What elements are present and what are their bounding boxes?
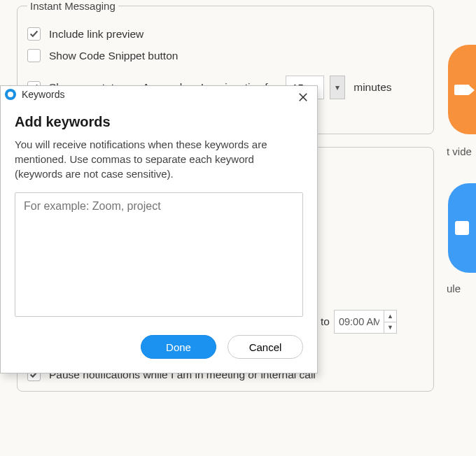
video-camera-icon [454, 85, 470, 95]
option-code-snippet: Show Code Snippet button [27, 49, 424, 62]
keywords-textarea[interactable] [15, 192, 303, 317]
done-button[interactable]: Done [141, 335, 216, 359]
code-snippet-label: Show Code Snippet button [49, 50, 178, 62]
dialog-heading: Add keywords [15, 114, 303, 130]
dnd-to-time-steppers[interactable]: ▲ ▼ [384, 311, 396, 333]
away-minutes-dropdown[interactable]: ▾ [330, 76, 345, 99]
option-link-preview: Include link preview [27, 27, 424, 41]
code-snippet-checkbox[interactable] [27, 49, 41, 62]
keywords-dialog: Keywords Add keywords You will receive n… [0, 85, 318, 373]
link-preview-checkbox[interactable] [27, 27, 41, 41]
dialog-window-title: Keywords [22, 89, 64, 100]
schedule-caption: ule [447, 283, 476, 294]
dialog-title-bar: Keywords [1, 86, 317, 103]
minutes-label: minutes [354, 81, 391, 94]
stepper-down-icon[interactable]: ▼ [384, 322, 396, 334]
dialog-description: You will receive notifications when thes… [15, 137, 303, 181]
cancel-button[interactable]: Cancel [227, 335, 303, 359]
link-preview-label: Include link preview [49, 28, 144, 41]
close-icon [298, 92, 308, 102]
start-video-button[interactable] [448, 45, 476, 134]
calendar-icon [455, 221, 469, 235]
instant-messaging-legend: Instant Messaging [27, 0, 118, 12]
dialog-close-button[interactable] [296, 90, 310, 104]
schedule-button[interactable] [448, 183, 476, 273]
zoom-app-icon [5, 89, 16, 100]
dnd-to-time[interactable]: ▲ ▼ [334, 310, 397, 334]
dnd-to-time-input[interactable] [335, 311, 384, 333]
start-video-caption: t vide [447, 145, 476, 157]
stepper-up-icon[interactable]: ▲ [384, 311, 396, 322]
to-label: to [321, 315, 330, 328]
